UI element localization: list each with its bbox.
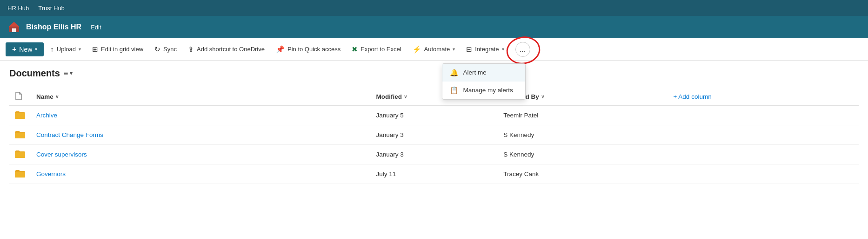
row-modified: January 5: [370, 106, 498, 125]
section-title: Documents ≡ ▾: [9, 68, 859, 79]
alertme-item[interactable]: 🔔 Alert me: [442, 64, 525, 82]
more-btn-wrapper: ... 🔔 Alert me 📋 Manage my alerts: [514, 42, 530, 57]
sync-icon: ↻: [154, 45, 160, 54]
documents-tbody: ArchiveJanuary 5Teemir Patel Contract Ch…: [9, 106, 859, 184]
export-button[interactable]: ✖ Export to Excel: [347, 43, 406, 56]
svg-rect-2: [12, 28, 16, 32]
app-edit-button[interactable]: Edit: [91, 24, 101, 31]
integrate-chevron-icon: ▾: [502, 47, 504, 52]
folder-icon: [15, 130, 25, 138]
table-header: Name ∨ Modified ∨ Modified By ∨: [9, 88, 859, 106]
file-header-icon: [15, 92, 22, 100]
automate-label: Automate: [424, 46, 450, 53]
list-view-icon: ≡: [64, 69, 68, 78]
managealerts-icon: 📋: [450, 86, 459, 95]
row-name[interactable]: Cover supervisors: [31, 145, 370, 164]
new-button[interactable]: + New ▾: [6, 42, 44, 56]
nav-link-trusthub[interactable]: Trust Hub: [38, 5, 65, 12]
row-name[interactable]: Contract Change Forms: [31, 125, 370, 145]
dropdown-menu: 🔔 Alert me 📋 Manage my alerts: [442, 63, 526, 100]
addcolumn-label: + Add column: [673, 93, 711, 100]
row-name[interactable]: Governors: [31, 164, 370, 184]
editgrid-label: Edit in grid view: [101, 46, 143, 53]
modifiedby-sort-icon: ∨: [541, 94, 544, 99]
row-modifiedby: S Kennedy: [498, 145, 668, 164]
row-empty: [668, 145, 859, 164]
automate-icon: ⚡: [413, 45, 421, 54]
managealerts-label: Manage my alerts: [463, 87, 513, 94]
row-modifiedby: S Kennedy: [498, 125, 668, 145]
upload-button[interactable]: ↑ Upload ▾: [46, 43, 86, 55]
th-name-label: Name: [36, 93, 53, 100]
table-row[interactable]: GovernorsJuly 11Tracey Cank: [9, 164, 859, 184]
upload-icon: ↑: [50, 45, 54, 53]
alertme-icon: 🔔: [450, 68, 459, 77]
top-nav: HR Hub Trust Hub: [0, 0, 868, 16]
more-button[interactable]: ...: [515, 42, 530, 57]
integrate-icon: ⊟: [466, 45, 472, 54]
shortcut-button[interactable]: ⇪ Add shortcut to OneDrive: [183, 43, 269, 56]
th-modified-label: Modified: [376, 93, 402, 100]
folder-icon: [15, 110, 25, 119]
folder-icon: [15, 169, 25, 178]
managealerts-item[interactable]: 📋 Manage my alerts: [442, 82, 525, 99]
upload-label: Upload: [57, 46, 76, 53]
view-chevron-icon: ▾: [70, 70, 73, 76]
editgrid-button[interactable]: ⊞ Edit in grid view: [87, 43, 148, 56]
logo-icon: [8, 21, 20, 33]
automate-chevron-icon: ▾: [453, 47, 455, 52]
folder-icon-cell: [9, 145, 31, 164]
folder-icon-cell: [9, 164, 31, 184]
table-row[interactable]: Cover supervisorsJanuary 3S Kennedy: [9, 145, 859, 164]
table-row[interactable]: ArchiveJanuary 5Teemir Patel: [9, 106, 859, 125]
new-label: New: [19, 46, 32, 53]
integrate-label: Integrate: [475, 46, 499, 53]
alertme-label: Alert me: [463, 69, 487, 76]
shortcut-label: Add shortcut to OneDrive: [197, 46, 265, 53]
export-label: Export to Excel: [361, 46, 401, 53]
export-icon: ✖: [352, 45, 358, 54]
row-empty: [668, 125, 859, 145]
folder-icon-cell: [9, 106, 31, 125]
table-row[interactable]: Contract Change FormsJanuary 3S Kennedy: [9, 125, 859, 145]
shortcut-icon: ⇪: [188, 45, 194, 54]
th-addcolumn[interactable]: + Add column: [668, 88, 859, 106]
integrate-button[interactable]: ⊟ Integrate ▾: [461, 43, 508, 56]
app-title: Bishop Ellis HR: [26, 23, 81, 31]
more-dots-icon: ...: [520, 45, 526, 54]
nav-link-hrhub[interactable]: HR Hub: [7, 5, 29, 12]
upload-chevron-icon: ▾: [79, 47, 81, 52]
th-file-icon: [9, 88, 31, 106]
sync-button[interactable]: ↻ Sync: [150, 43, 181, 56]
svg-marker-1: [9, 22, 19, 27]
row-empty: [668, 164, 859, 184]
pin-icon: 📌: [276, 45, 285, 54]
app-logo: [7, 20, 20, 34]
pin-label: Pin to Quick access: [287, 46, 341, 53]
name-sort-icon: ∨: [55, 94, 59, 99]
row-modifiedby: Tracey Cank: [498, 164, 668, 184]
main-content: Documents ≡ ▾ Name ∨: [0, 61, 868, 191]
view-options-button[interactable]: ≡ ▾: [64, 69, 73, 78]
automate-button[interactable]: ⚡ Automate ▾: [408, 43, 460, 56]
section-title-text: Documents: [9, 68, 60, 79]
th-name[interactable]: Name ∨: [31, 88, 370, 106]
folder-icon: [15, 150, 25, 158]
toolbar: + New ▾ ↑ Upload ▾ ⊞ Edit in grid view ↻…: [0, 38, 868, 61]
row-modified: January 3: [370, 145, 498, 164]
new-plus-icon: +: [12, 45, 16, 54]
new-chevron-icon: ▾: [35, 47, 37, 52]
app-header: Bishop Ellis HR Edit: [0, 16, 868, 38]
modified-sort-icon: ∨: [404, 94, 407, 99]
row-modifiedby: Teemir Patel: [498, 106, 668, 125]
folder-icon-cell: [9, 125, 31, 145]
documents-table: Name ∨ Modified ∨ Modified By ∨: [9, 88, 859, 184]
row-name[interactable]: Archive: [31, 106, 370, 125]
sync-label: Sync: [163, 46, 177, 53]
pin-button[interactable]: 📌 Pin to Quick access: [271, 43, 345, 56]
row-modified: January 3: [370, 125, 498, 145]
row-empty: [668, 106, 859, 125]
row-modified: July 11: [370, 164, 498, 184]
editgrid-icon: ⊞: [92, 45, 98, 54]
